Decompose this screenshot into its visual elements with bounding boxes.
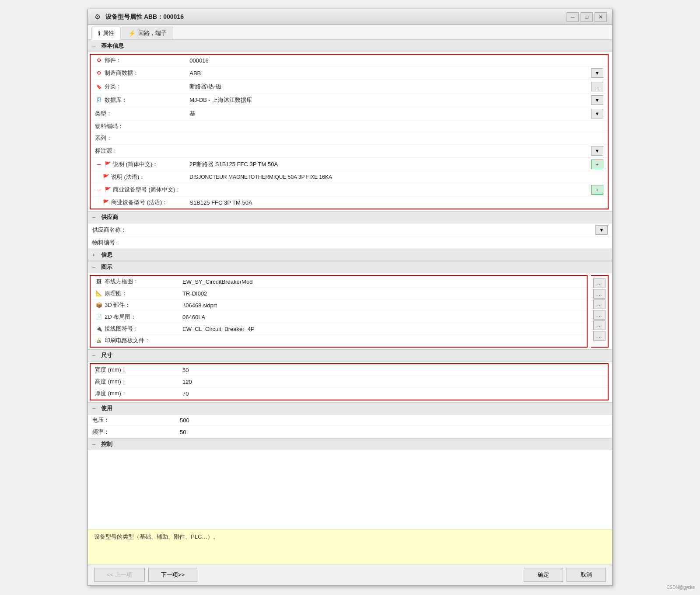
- section-basic-info-header[interactable]: ─ 基本信息: [88, 40, 612, 52]
- graphics-toggle: ─: [92, 265, 98, 270]
- section-usage: ─ 使用 电压： 500 频率： 50: [88, 402, 612, 438]
- prop-value: [185, 183, 587, 197]
- desc-cn-add-btn[interactable]: +: [591, 160, 603, 169]
- graphics-row3-ellipsis-btn[interactable]: …: [593, 310, 606, 320]
- supplier-content: 供应商名称： ▼ 物料编号：: [88, 223, 612, 249]
- prop-label: 🔌 接线图符号：: [91, 323, 178, 335]
- prop-label: 宽度 (mm)：: [91, 364, 178, 376]
- table-row: 🖼 布线方框图： EW_SY_CircuitBreakerMod: [91, 276, 587, 288]
- ok-button[interactable]: 确定: [524, 568, 563, 582]
- footer-left: << 上一项 下一项>>: [94, 568, 197, 582]
- info-toggle: +: [92, 253, 98, 257]
- section-supplier-header[interactable]: ─ 供应商: [88, 211, 612, 223]
- prop-value: [175, 223, 591, 237]
- notation-dropdown-btn[interactable]: ▼: [591, 146, 603, 156]
- table-row: 🗄 数据库： MJ-DB - 上海沐江数据库 ▼: [91, 94, 608, 107]
- section-info: + 信息: [88, 249, 612, 261]
- tab-circuit[interactable]: ⚡ 回路，端子: [122, 27, 173, 39]
- section-supplier: ─ 供应商 供应商名称： ▼ 物料编号：: [88, 211, 612, 249]
- tab-bar: ℹ 属性 ⚡ 回路，端子: [88, 25, 612, 40]
- category-ellipsis-btn[interactable]: …: [591, 82, 603, 91]
- graphics-row4-ellipsis-btn[interactable]: …: [593, 320, 606, 330]
- section-dimensions-header[interactable]: ─ 尺寸: [88, 349, 612, 362]
- graphics-row5-ellipsis-btn[interactable]: …: [593, 331, 606, 341]
- table-row: 🔖 分类： 断路器\热-磁 …: [91, 80, 608, 94]
- basic-info-content: ⚙ 部件： 000016 ⚙: [88, 52, 612, 211]
- database-icon: 🗄: [95, 97, 103, 104]
- circuit-tab-label: 回路，端子: [138, 29, 167, 37]
- section-graphics-header[interactable]: ─ 图示: [88, 261, 612, 273]
- table-row: ⚙ 制造商数据： ABB ▼: [91, 66, 608, 80]
- prop-value: S1B125 FFC 3P TM 50A: [185, 197, 587, 209]
- cancel-button[interactable]: 取消: [567, 568, 606, 582]
- dimensions-rows-border: 宽度 (mm)： 50 高度 (mm)： 120 厚度 (mm)： 70: [90, 363, 609, 400]
- type-dropdown-btn[interactable]: ▼: [591, 109, 603, 118]
- prop-label: 频率：: [88, 426, 175, 438]
- graphics-row2-ellipsis-btn[interactable]: …: [593, 299, 606, 309]
- restore-button[interactable]: □: [581, 12, 593, 22]
- control-label: 控制: [101, 440, 112, 448]
- prop-label: 🖼 布线方框图：: [91, 276, 178, 288]
- prop-label: 🚩 商业设备型号 (法语)：: [91, 197, 185, 209]
- properties-tab-icon: ℹ: [98, 30, 100, 37]
- prop-value: [175, 237, 591, 249]
- control-content: [88, 450, 612, 461]
- prop-label: 🔖 分类：: [91, 80, 185, 94]
- table-row: 📄 2D 布局图： 06460LA: [91, 311, 587, 323]
- commercial-cn-add-btn[interactable]: +: [591, 185, 603, 195]
- basic-rows-table: ⚙ 部件： 000016 ⚙: [91, 55, 608, 209]
- prop-value: [185, 144, 587, 158]
- info-label: 信息: [101, 251, 112, 259]
- prop-label: 🚩 说明 (法语)：: [91, 171, 185, 183]
- table-row: ⚙ 部件： 000016: [91, 55, 608, 66]
- prop-value: 基: [185, 107, 587, 121]
- prop-label: 🖨 印刷电路板文件：: [91, 335, 178, 347]
- section-control-header[interactable]: ─ 控制: [88, 438, 612, 450]
- table-row: 🚩 商业设备型号 (法语)： S1B125 FFC 3P TM 50A: [91, 197, 608, 209]
- prop-value: 120: [178, 376, 592, 388]
- table-row: 厚度 (mm)： 70: [91, 388, 608, 400]
- wiring-diagram-icon: 🖼: [95, 278, 103, 285]
- prop-label: 物料编号：: [88, 237, 175, 249]
- basic-info-toggle: ─: [92, 44, 98, 49]
- supplier-dropdown-btn[interactable]: ▼: [595, 225, 608, 235]
- section-dimensions: ─ 尺寸 宽度 (mm)： 50 高度 (mm)： 120: [88, 349, 612, 400]
- prop-value: [185, 132, 587, 144]
- basic-info-props: ⚙ 部件： 000016 ⚙: [88, 52, 612, 211]
- prop-label: 📦 3D 部件：: [91, 299, 178, 311]
- info-bar: 设备型号的类型（基础、辅助、附件、PLC…）。: [88, 529, 612, 564]
- usage-toggle: ─: [92, 406, 98, 411]
- prop-value: DISJONCTEUR MAGNETOTHERMIQUE 50A 3P FIXE…: [185, 171, 587, 183]
- section-info-header[interactable]: + 信息: [88, 249, 612, 261]
- dimensions-label: 尺寸: [101, 351, 112, 359]
- minimize-button[interactable]: ─: [567, 12, 579, 22]
- desc-cn-section-icon: ─: [95, 161, 103, 168]
- close-button[interactable]: ✕: [595, 12, 607, 22]
- usage-table: 电压： 500 频率： 50: [88, 414, 612, 438]
- prop-value: .\06468.sldprt: [178, 299, 587, 311]
- table-row: 类型： 基 ▼: [91, 107, 608, 121]
- next-button[interactable]: 下一项>>: [148, 568, 197, 582]
- control-toggle: ─: [92, 442, 98, 447]
- commercial-cn-section-icon: ─: [95, 186, 103, 193]
- 3d-part-icon: 📦: [95, 302, 103, 309]
- dimensions-content: 宽度 (mm)： 50 高度 (mm)： 120 厚度 (mm)： 70: [88, 363, 612, 400]
- properties-tab-label: 属性: [103, 29, 114, 37]
- prop-label: 📄 2D 布局图：: [91, 311, 178, 323]
- prop-value: 断路器\热-磁: [185, 80, 587, 94]
- tab-properties[interactable]: ℹ 属性: [91, 27, 121, 40]
- flag-fr-icon: 🚩: [103, 174, 109, 180]
- prop-value: 500: [175, 414, 596, 426]
- graphics-row0-ellipsis-btn[interactable]: …: [593, 278, 606, 288]
- graphics-row1-ellipsis-btn[interactable]: …: [593, 289, 606, 299]
- manufacturer-dropdown-btn[interactable]: ▼: [591, 68, 603, 78]
- prev-button[interactable]: << 上一项: [94, 568, 145, 582]
- dimensions-toggle: ─: [92, 353, 98, 358]
- prop-label: ⚙ 制造商数据：: [91, 66, 185, 80]
- prop-label: 系列：: [91, 132, 185, 144]
- section-usage-header[interactable]: ─ 使用: [88, 402, 612, 414]
- section-graphics: ─ 图示 🖼 布线方框图：: [88, 261, 612, 349]
- prop-label: ─ 🚩 说明 (简体中文)：: [91, 158, 185, 171]
- category-icon: 🔖: [95, 83, 103, 90]
- database-dropdown-btn[interactable]: ▼: [591, 95, 603, 105]
